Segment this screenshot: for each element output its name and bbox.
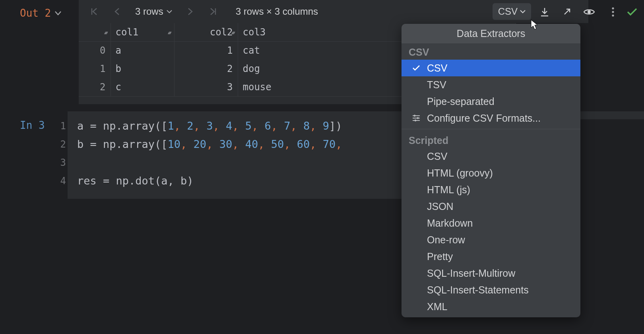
table-cell[interactable]: 2 <box>174 60 238 78</box>
svg-point-4 <box>414 115 416 117</box>
menu-item[interactable]: CSV <box>402 60 580 76</box>
menu-item-label: CSV <box>427 151 573 162</box>
menu-item-label: CSV <box>427 62 573 74</box>
menu-item-label: TSV <box>427 79 573 91</box>
first-page-button[interactable] <box>86 3 103 20</box>
column-header[interactable]: col1▴▾ <box>111 23 174 41</box>
menu-item[interactable]: TSV <box>402 76 580 93</box>
row-count-dropdown[interactable]: 3 rows <box>131 6 176 17</box>
menu-item-label: One-row <box>427 234 573 246</box>
sort-icon: ▴▾ <box>231 28 233 36</box>
row-count-label: 3 rows <box>135 6 163 17</box>
svg-point-5 <box>417 117 419 119</box>
menu-title: Data Extractors <box>402 24 580 43</box>
more-icon[interactable] <box>604 4 622 20</box>
menu-item-label: SQL-Insert-Multirow <box>427 268 573 279</box>
menu-item[interactable]: SQL-Insert-Statements <box>402 282 580 298</box>
extractor-label: CSV <box>498 6 518 17</box>
menu-item-label: HTML (groovy) <box>427 167 573 179</box>
menu-item[interactable]: Markdown <box>402 215 580 231</box>
out-label-text: Out 2 <box>20 7 51 19</box>
menu-item[interactable]: Pretty <box>402 248 580 265</box>
open-external-icon[interactable] <box>558 4 576 20</box>
menu-item-label: JSON <box>427 201 573 212</box>
code-gutter: 1 2 3 4 <box>52 117 66 190</box>
last-page-button[interactable] <box>205 3 221 20</box>
prev-page-button[interactable] <box>110 3 124 20</box>
chevron-down-icon <box>55 11 61 16</box>
table-cell[interactable]: b <box>111 60 174 78</box>
menu-item[interactable]: CSV <box>402 148 580 165</box>
eye-icon[interactable] <box>580 4 598 20</box>
svg-point-2 <box>612 11 614 13</box>
table-cell[interactable]: 1 <box>174 41 238 60</box>
table-cell[interactable]: a <box>111 41 174 60</box>
menu-item[interactable]: One-row <box>402 231 580 248</box>
next-page-button[interactable] <box>183 3 198 20</box>
menu-item-label: SQL-Insert-Statements <box>427 284 573 296</box>
menu-section-heading: Scripted <box>402 132 580 148</box>
sliders-icon <box>411 114 421 122</box>
svg-point-3 <box>612 14 614 16</box>
table-cell[interactable]: 3 <box>174 78 238 96</box>
menu-item[interactable]: SQL-Insert-Multirow <box>402 265 580 282</box>
input-cell-label[interactable]: In 3 <box>20 119 45 131</box>
row-index: 1 <box>79 60 111 78</box>
menu-item[interactable]: XML <box>402 298 580 315</box>
sort-icon: ▴▾ <box>103 28 106 36</box>
menu-item-label: XML <box>427 301 573 313</box>
menu-item[interactable]: JSON <box>402 198 580 215</box>
menu-item[interactable]: Configure CSV Formats... <box>402 110 580 126</box>
menu-item-label: Configure CSV Formats... <box>427 113 573 124</box>
svg-point-6 <box>415 120 417 122</box>
menu-item-label: Pipe-separated <box>427 96 573 107</box>
svg-point-1 <box>612 7 614 9</box>
dimensions-label: 3 rows × 3 columns <box>236 6 318 17</box>
menu-item[interactable]: HTML (js) <box>402 181 580 198</box>
extractor-dropdown[interactable]: CSV <box>493 3 531 20</box>
menu-item[interactable]: HTML (groovy) <box>402 165 580 181</box>
download-icon[interactable] <box>536 4 553 20</box>
menu-item-label: HTML (js) <box>427 184 573 196</box>
row-index: 2 <box>79 78 111 96</box>
check-icon <box>411 65 421 71</box>
data-extractors-menu: Data ExtractorsCSVCSVTSVPipe-separatedCo… <box>402 24 580 317</box>
row-index: 0 <box>79 41 111 60</box>
sort-icon: ▴▾ <box>167 28 170 36</box>
output-cell-label[interactable]: Out 2 <box>20 7 61 19</box>
menu-item-label: Pretty <box>427 251 573 262</box>
menu-item-label: Markdown <box>427 217 573 229</box>
table-cell[interactable]: c <box>111 78 174 96</box>
menu-section-heading: CSV <box>402 43 580 60</box>
check-icon <box>623 4 641 20</box>
index-column-header[interactable]: ▴▾ <box>79 23 111 41</box>
menu-separator <box>402 129 580 129</box>
column-header[interactable]: col2▴▾ <box>174 23 238 41</box>
svg-point-0 <box>588 10 591 14</box>
menu-item[interactable]: Pipe-separated <box>402 93 580 110</box>
